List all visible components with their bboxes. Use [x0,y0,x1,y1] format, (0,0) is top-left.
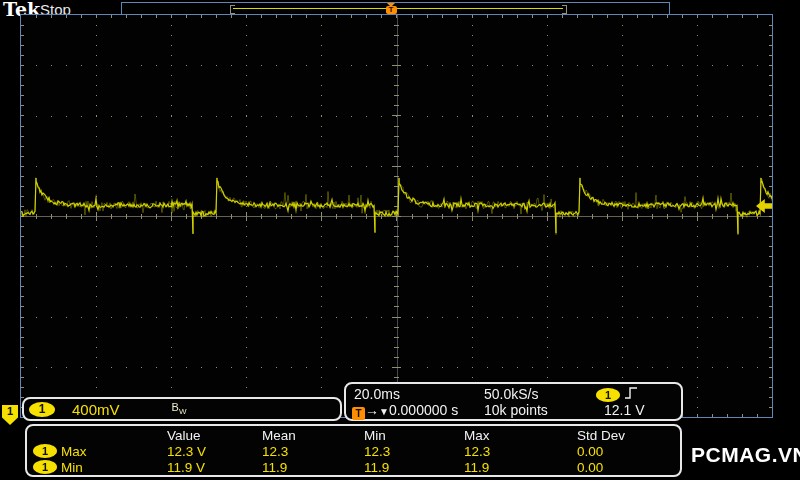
channel1-position-marker: 1 [2,405,18,425]
measurement-stddev: 0.00 [577,460,603,475]
column-header-stddev: Std Dev [577,428,625,443]
vertical-scale: 400mV [72,401,120,418]
column-header-mean: Mean [262,428,296,443]
column-header-min: Min [364,428,386,443]
time-per-div: 20.0ms [354,386,400,402]
row-channel-badge: 1 [33,444,57,458]
oscilloscope-screen: Tek Stop T T 1 1 400mV BW 20.0ms 50.0kS/… [0,0,800,480]
arrow-right-icon: → [365,402,379,418]
bandwidth-w: W [179,408,187,417]
trigger-t-icon: T [386,6,397,14]
channel-badge: 1 [29,402,55,417]
measurement-max: 12.3 [464,444,490,459]
column-header-value: Value [167,428,201,443]
window-left-bracket-icon [230,5,235,14]
acquisition-window-line [233,8,563,9]
measurement-value: 11.9 V [167,460,205,475]
column-header-max: Max [464,428,490,443]
bandwidth-limit-icon: BW [172,401,187,416]
rising-edge-icon [624,386,638,400]
measurement-name: Min [61,460,83,475]
bandwidth-b: B [172,401,179,413]
measurement-mean: 12.3 [262,444,288,459]
trigger-t-icon: T [352,407,365,420]
marker-down-icon: ▼ [379,406,389,417]
measurement-min: 12.3 [364,444,390,459]
measurement-table: Value Mean Min Max Std Dev 1 Max 12.3 V … [25,424,682,477]
graticule [20,14,773,418]
trigger-position-marker-mini: T [384,3,398,14]
window-right-bracket-icon [562,5,567,14]
waveform-display [21,15,772,417]
horizontal-trigger-readout: 20.0ms 50.0kS/s 1 T→▼0.000000 s 10k poin… [344,382,683,421]
trigger-source: 1 [596,386,638,402]
measurement-mean: 11.9 [262,460,287,475]
trigger-source-badge: 1 [596,388,620,402]
row-channel-badge: 1 [33,460,57,474]
watermark: PCMAG.VN [691,443,800,467]
trigger-delay: 0.000000 s [389,402,458,418]
measurement-name: Max [61,444,87,459]
channel-readout: 1 400mV BW [22,397,342,421]
trigger-level: 12.1 V [604,402,644,418]
measurement-value: 12.3 V [167,444,206,459]
measurement-max: 11.9 [464,460,489,475]
record-length: 10k points [484,402,548,418]
measurement-min: 11.9 [364,460,389,475]
sample-rate: 50.0kS/s [484,386,538,402]
trigger-position-readout: T→▼0.000000 s [352,402,458,420]
measurement-stddev: 0.00 [577,444,603,459]
